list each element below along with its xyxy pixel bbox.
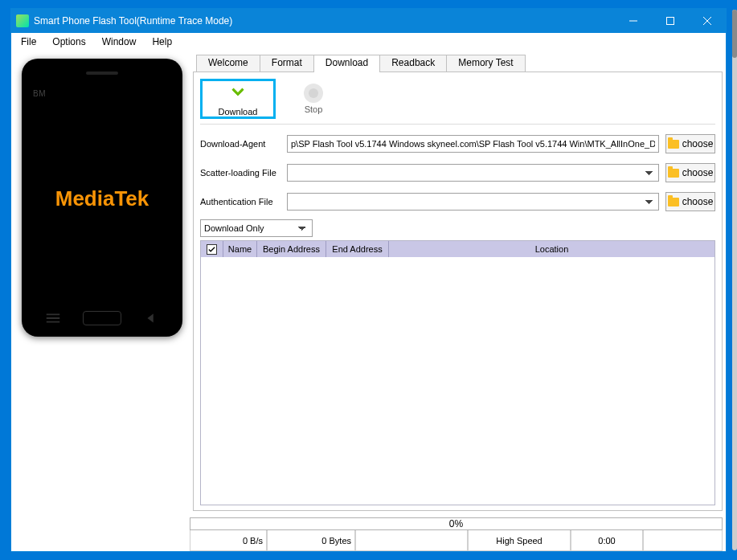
auth-file-combo[interactable]	[287, 193, 659, 211]
download-tabpage: Download Stop Download-Agent choose Scat…	[193, 72, 723, 511]
phone-brand: MediaTek	[55, 186, 149, 211]
table-body[interactable]	[201, 257, 714, 505]
menu-window[interactable]: Window	[94, 35, 145, 49]
maximize-button[interactable]	[652, 9, 689, 33]
header-location[interactable]: Location	[389, 241, 714, 257]
device-preview-panel: BM MediaTek	[14, 54, 190, 511]
choose-da-button[interactable]: choose	[665, 134, 715, 153]
menu-softkey-icon	[44, 309, 62, 327]
folder-icon	[668, 169, 679, 178]
phone-mockup: BM MediaTek	[22, 59, 182, 337]
close-button[interactable]	[689, 9, 726, 33]
app-window: Smart Phone Flash Tool(Runtime Trace Mod…	[10, 8, 727, 552]
tab-strip: Welcome Format Download Readback Memory …	[196, 54, 723, 72]
status-mode: High Speed	[468, 530, 571, 551]
status-bytes: 0 Bytes	[267, 530, 355, 551]
folder-icon	[668, 198, 679, 206]
toolbar: Download Stop	[200, 79, 715, 125]
choose-auth-button[interactable]: choose	[665, 192, 715, 211]
statusbar: 0% 0 B/s 0 Bytes High Speed 0:00	[190, 517, 723, 551]
menu-help[interactable]: Help	[144, 35, 180, 49]
choose-label: choose	[682, 196, 714, 207]
menu-file[interactable]: File	[13, 35, 44, 49]
download-agent-input[interactable]	[287, 135, 659, 153]
menubar: File Options Window Help	[11, 33, 726, 51]
choose-label: choose	[682, 167, 714, 178]
stop-button[interactable]: Stop	[276, 79, 351, 119]
choose-label: choose	[682, 138, 714, 149]
tab-memory-test[interactable]: Memory Test	[446, 55, 525, 72]
status-time: 0:00	[571, 530, 643, 551]
partition-table: Name Begin Address End Address Location	[200, 240, 715, 505]
progress-percent: 0%	[449, 518, 463, 529]
stop-button-label: Stop	[305, 104, 323, 114]
menu-options[interactable]: Options	[44, 35, 93, 49]
scatter-file-label: Scatter-loading File	[200, 168, 280, 178]
status-speed: 0 B/s	[190, 530, 267, 551]
tab-format[interactable]: Format	[260, 55, 314, 72]
download-agent-label: Download-Agent	[200, 139, 280, 149]
select-all-checkbox[interactable]	[207, 244, 217, 255]
progress-bar: 0%	[190, 517, 723, 530]
folder-icon	[668, 140, 679, 149]
back-softkey-icon	[142, 309, 160, 327]
download-arrow-icon	[227, 82, 248, 105]
header-end-address[interactable]: End Address	[326, 241, 389, 257]
app-icon	[16, 14, 29, 27]
window-title: Smart Phone Flash Tool(Runtime Trace Mod…	[34, 15, 615, 27]
auth-file-label: Authentication File	[200, 197, 280, 206]
tab-download[interactable]: Download	[313, 55, 380, 72]
scatter-file-combo[interactable]	[287, 164, 659, 182]
table-header: Name Begin Address End Address Location	[201, 241, 714, 257]
svg-rect-1	[667, 18, 674, 25]
download-button-label: Download	[219, 107, 258, 116]
phone-bm-label: BM	[33, 89, 46, 98]
tab-readback[interactable]: Readback	[379, 55, 447, 72]
stop-icon	[304, 84, 323, 103]
download-button[interactable]: Download	[200, 79, 276, 119]
header-name[interactable]: Name	[223, 241, 257, 257]
status-spacer-1	[355, 530, 468, 551]
home-button-icon	[83, 311, 121, 325]
header-checkbox-cell[interactable]	[201, 241, 223, 257]
browser-scrollbar[interactable]	[732, 10, 737, 550]
status-spacer-2	[643, 530, 723, 551]
choose-scatter-button[interactable]: choose	[665, 163, 715, 182]
minimize-button[interactable]	[615, 9, 652, 33]
header-begin-address[interactable]: Begin Address	[257, 241, 326, 257]
download-mode-combo[interactable]: Download Only	[200, 219, 313, 237]
titlebar[interactable]: Smart Phone Flash Tool(Runtime Trace Mod…	[11, 9, 726, 33]
tab-welcome[interactable]: Welcome	[196, 55, 260, 72]
